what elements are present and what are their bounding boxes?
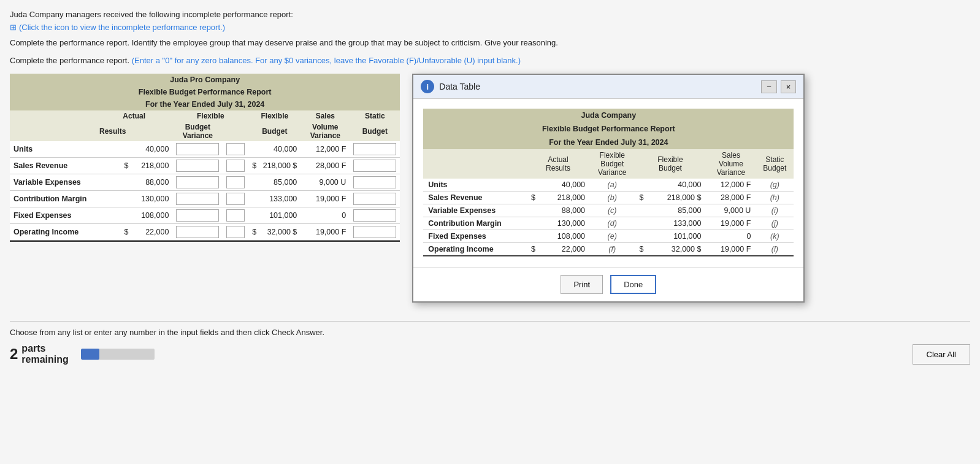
inner-dollar-actual — [526, 179, 543, 191]
fv-fu-input-wrap — [223, 141, 248, 158]
inner-flex-budget: 101,000 — [652, 230, 706, 243]
inner-row-label: Contribution Margin — [423, 217, 526, 230]
print-button[interactable]: Print — [561, 275, 603, 294]
perf-table-title3: For the Year Ended July 31, 2024 — [10, 98, 400, 110]
inner-flex-budget: 85,000 — [652, 204, 706, 217]
modal-titlebar-left: i Data Table — [421, 80, 480, 93]
inner-sales-var: 19,000 F — [706, 217, 756, 230]
data-table-modal: i Data Table − × Juda Company Flexible B… — [412, 74, 805, 303]
clear-all-button[interactable]: Clear All — [913, 344, 970, 365]
inner-dollar-actual — [526, 204, 543, 217]
flex-variance-input-wrap — [172, 224, 223, 241]
inner-dollar-flex — [634, 230, 651, 243]
flex-variance-input-wrap — [172, 191, 223, 207]
row-label: Variable Expenses — [10, 174, 96, 191]
inner-actual-value: 88,000 — [543, 204, 590, 217]
flex-variance-input[interactable] — [176, 193, 219, 205]
inner-table-row: Operating Income $ 22,000 (f) $ 32,000 $… — [423, 243, 794, 257]
flex-variance-input[interactable] — [176, 160, 219, 172]
col-volume-variance: VolumeVariance — [301, 122, 350, 141]
static-budget-input[interactable] — [353, 143, 396, 155]
static-budget-input[interactable] — [353, 160, 396, 172]
flex-variance-input[interactable] — [176, 176, 219, 188]
inner-col-flex-budget: FlexibleBudget — [634, 149, 706, 179]
static-budget-input[interactable] — [353, 226, 396, 238]
col-flexible-budget-label: Flexible — [248, 110, 301, 122]
inner-flex-budget: 133,000 — [652, 217, 706, 230]
perf-table-title2: Flexible Budget Performance Report — [10, 86, 400, 98]
inner-flex-var: (f) — [590, 243, 634, 257]
done-button[interactable]: Done — [610, 275, 656, 294]
static-budget-input[interactable] — [353, 193, 396, 205]
flex-variance-input-wrap — [172, 141, 223, 158]
inner-table-row: Variable Expenses 88,000 (c) 85,000 9,00… — [423, 204, 794, 217]
flex-variance-input[interactable] — [176, 143, 219, 155]
col-budget-variance: BudgetVariance — [172, 122, 223, 141]
actual-value: 40,000 — [129, 141, 172, 158]
data-inner-table: Juda Company Flexible Budget Performance… — [423, 109, 794, 257]
perf-table-title1: Juda Pro Company — [10, 74, 400, 86]
inner-sales-var: 12,000 F — [706, 179, 756, 191]
static-budget-input[interactable] — [353, 209, 396, 222]
inner-col-static: StaticBudget — [756, 149, 794, 179]
col-actual-results: Results — [96, 122, 129, 141]
sales-variance-value: 28,000 F — [301, 158, 350, 174]
inner-row-label: Fixed Expenses — [423, 230, 526, 243]
fv-fu-input[interactable] — [226, 209, 245, 222]
dollar-flex — [248, 207, 258, 224]
inner-actual-value: 40,000 — [543, 179, 590, 191]
inner-flex-budget: 32,000 $ — [652, 243, 706, 257]
inner-dollar-flex: $ — [634, 243, 651, 257]
inner-static-placeholder: (i) — [756, 204, 794, 217]
inner-actual-value: 130,000 — [543, 217, 590, 230]
col-static-label: Static — [350, 110, 400, 122]
actual-value: 22,000 — [129, 224, 172, 241]
inner-sales-var: 28,000 F — [706, 191, 756, 204]
fv-fu-input[interactable] — [226, 143, 245, 155]
dollar-actual: $ — [96, 158, 129, 174]
dollar-flex — [248, 191, 258, 207]
inner-actual-value: 22,000 — [543, 243, 590, 257]
table-row: Contribution Margin 130,000 133,000 19,0… — [10, 191, 400, 207]
flex-variance-input[interactable] — [176, 209, 219, 222]
inner-static-placeholder: (h) — [756, 191, 794, 204]
fv-fu-input[interactable] — [226, 193, 245, 205]
parts-text: parts — [21, 343, 68, 354]
static-budget-input-wrap — [350, 174, 400, 191]
click-link-text[interactable]: (Click the icon to view the incomplete p… — [19, 23, 225, 32]
fv-fu-input[interactable] — [226, 176, 245, 188]
flex-variance-input[interactable] — [176, 226, 219, 238]
fv-fu-input[interactable] — [226, 226, 245, 238]
static-budget-input-wrap — [350, 207, 400, 224]
static-budget-input-wrap — [350, 191, 400, 207]
dollar-flex: $ — [248, 158, 258, 174]
col-sales-label: Sales — [301, 110, 350, 122]
sales-variance-value: 12,000 F — [301, 141, 350, 158]
flex-budget-value: 40,000 — [258, 141, 301, 158]
dollar-actual — [96, 174, 129, 191]
row-label: Sales Revenue — [10, 158, 96, 174]
bottom-section: Choose from any list or enter any number… — [10, 321, 970, 365]
table-row: Units 40,000 40,000 12,000 F — [10, 141, 400, 158]
modal-close-button[interactable]: × — [781, 80, 797, 93]
modal-titlebar: i Data Table − × — [413, 75, 803, 99]
fv-fu-input-wrap — [223, 224, 248, 241]
col-actual: Actual — [96, 110, 172, 122]
flex-variance-input-wrap — [172, 174, 223, 191]
table-row: Variable Expenses 88,000 85,000 9,000 U — [10, 174, 400, 191]
inner-dollar-actual: $ — [526, 243, 543, 257]
dollar-actual: $ — [96, 224, 129, 241]
static-budget-input-wrap — [350, 224, 400, 241]
dollar-actual — [96, 141, 129, 158]
static-budget-input[interactable] — [353, 176, 396, 188]
inner-col-flex-var: FlexibleBudgetVariance — [590, 149, 634, 179]
note-colored: (Enter a "0" for any zero balances. For … — [132, 56, 521, 65]
instruction-line2: Complete the performance report. Identif… — [10, 38, 970, 47]
fv-fu-input[interactable] — [226, 160, 245, 172]
inner-table-row: Contribution Margin 130,000 (d) 133,000 … — [423, 217, 794, 230]
row-label: Contribution Margin — [10, 191, 96, 207]
actual-value: 88,000 — [129, 174, 172, 191]
inner-static-placeholder: (j) — [756, 217, 794, 230]
inner-flex-var: (b) — [590, 191, 634, 204]
modal-minimize-button[interactable]: − — [761, 80, 777, 93]
